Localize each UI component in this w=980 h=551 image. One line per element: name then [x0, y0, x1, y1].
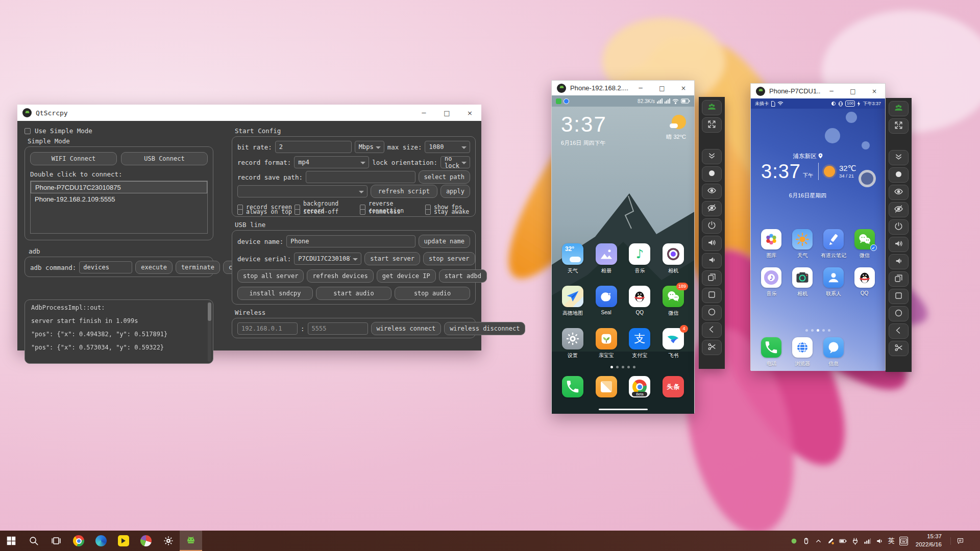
settings-mi-icon[interactable] [562, 328, 583, 349]
taskbar-qtscrcpy-button[interactable] [180, 531, 202, 551]
wireless-ip-input[interactable] [237, 322, 298, 335]
terminate-button[interactable]: terminate [176, 261, 220, 274]
app-camera-hw[interactable]: 相机 [787, 267, 818, 297]
taskbar-potplayer-button[interactable] [112, 531, 135, 551]
app-music-hw[interactable]: ♪音乐 [756, 267, 787, 297]
assistive-ball[interactable] [859, 170, 876, 187]
app-wechat[interactable]: 189微信 [656, 286, 690, 317]
use-simple-mode-checkbox[interactable]: Use Simple Mode [24, 127, 92, 135]
sms-icon[interactable] [596, 376, 617, 397]
feishu-icon[interactable]: 4 [663, 328, 684, 349]
qqmusic-icon[interactable]: ♪ [629, 243, 650, 265]
minimize-button[interactable]: ─ [821, 84, 842, 98]
install-sndcpy-button[interactable]: install sndcpy [237, 287, 313, 300]
device-list-item[interactable]: Phone-192.168.2.109:5555 [31, 193, 207, 206]
app-qqmusic[interactable]: ♪音乐 [623, 243, 657, 274]
stop-server-button[interactable]: stop server [423, 252, 475, 265]
app-toutiao[interactable]: 头条 [656, 376, 690, 397]
toolbar-screenshot-button[interactable] [889, 341, 909, 356]
toolbar-group-button[interactable] [702, 100, 722, 115]
app-feishu[interactable]: 4飞书 [656, 328, 690, 359]
refresh-devices-button[interactable]: refresh devices [307, 269, 373, 283]
ime-keyboard-icon[interactable] [899, 537, 908, 545]
alipay-icon[interactable]: 支 [629, 328, 650, 349]
start-audio-button[interactable]: start audio [316, 287, 391, 300]
toolbar-screen-off-button[interactable] [702, 201, 722, 216]
toolbar-group-button[interactable] [889, 101, 909, 116]
seal-icon[interactable] [596, 286, 617, 307]
wifi-connect-button[interactable]: WIFI Connect [30, 152, 117, 165]
start-adbd-button[interactable]: start adbd [439, 269, 487, 283]
phone1-screen[interactable]: 3:37 6月16日 周四下午 晴 32°C 32°天气相册♪音乐相机高德地图S… [552, 107, 694, 414]
toolbar-menu-button[interactable] [889, 289, 909, 304]
script-combo[interactable] [237, 185, 368, 197]
app-gallery-hw[interactable]: 图库 [756, 229, 787, 259]
tray-volume-icon[interactable] [876, 537, 884, 545]
checkbox-box[interactable] [425, 209, 431, 215]
adb-command-input[interactable] [79, 261, 132, 273]
stop-audio-button[interactable]: stop audio [395, 287, 470, 300]
app-contacts[interactable]: 联系人 [818, 267, 849, 297]
toolbar-fullscreen-button[interactable] [889, 118, 909, 134]
tray-pen-icon[interactable] [827, 537, 835, 545]
log-scrollbar-thumb[interactable] [208, 303, 211, 321]
home-indicator[interactable] [599, 409, 648, 411]
checkbox-box[interactable] [237, 209, 243, 215]
bit-rate-input[interactable] [275, 141, 352, 153]
contacts-icon[interactable] [823, 267, 844, 288]
phone2-screen[interactable]: 浦东新区 3:37 下午 32℃ 34 / 21 6月16日星期四 图库天气有道… [751, 109, 885, 371]
music-hw-icon[interactable]: ♪ [761, 267, 781, 288]
toolbar-power-button[interactable] [702, 218, 722, 234]
toolbar-back-button[interactable] [702, 322, 722, 338]
app-youdao[interactable]: 有道云笔记 [818, 229, 849, 259]
wireless-port-input[interactable] [308, 322, 368, 335]
close-button[interactable]: × [864, 84, 885, 98]
toolbar-volume-down-button[interactable] [889, 254, 909, 269]
frameless-checkbox[interactable]: frameless [360, 208, 425, 215]
app-weather-hw[interactable]: 天气 [787, 229, 818, 259]
maximize-button[interactable]: □ [435, 105, 458, 121]
toolbar-power-button[interactable] [889, 219, 909, 235]
record-format-combo[interactable]: mp4 [294, 156, 369, 168]
maximize-button[interactable]: □ [651, 81, 673, 95]
qtscrcpy-titlebar[interactable]: QtScrcpy ─ □ × [17, 105, 481, 121]
wireless-connect-button[interactable]: wireless connect [371, 322, 442, 335]
adb-log-box[interactable]: AdbProcessImpl::out:server start finish … [24, 299, 213, 364]
taskbar-edge-button[interactable] [90, 531, 112, 551]
app-qq[interactable]: QQ [849, 267, 880, 297]
wechat-icon[interactable]: 189 [663, 286, 684, 307]
qinbaobao-icon[interactable] [596, 328, 617, 349]
toolbar-screen-off-button[interactable] [889, 202, 909, 217]
device-list-item[interactable]: Phone-P7CDU17C23010875 [31, 181, 207, 193]
app-alipay[interactable]: 支支付宝 [623, 328, 657, 359]
youdao-icon[interactable] [823, 229, 844, 249]
toolbar-touch-button[interactable] [889, 167, 909, 183]
app-msg-hw[interactable]: 信息 [818, 337, 849, 367]
toolbar-expand-more-button[interactable] [889, 150, 909, 165]
toolbar-app-switch-button[interactable] [702, 270, 722, 286]
taskbar-task-view-button[interactable] [45, 531, 67, 551]
amap-icon[interactable] [562, 286, 583, 307]
taskbar-chrome-button[interactable] [67, 531, 90, 551]
app-wechat[interactable]: ✔微信 [849, 229, 880, 259]
app-amap[interactable]: 高德地图 [556, 286, 590, 317]
camera-mi-icon[interactable] [663, 243, 684, 265]
phone-call-icon[interactable] [562, 376, 583, 397]
checkbox-box[interactable] [295, 209, 300, 215]
toolbar-app-switch-button[interactable] [889, 271, 909, 287]
log-scrollbar[interactable] [208, 302, 211, 362]
toolbar-back-button[interactable] [889, 323, 909, 339]
checkbox-box[interactable] [360, 209, 365, 215]
usb-connect-button[interactable]: USB Connect [121, 152, 208, 165]
app-qinbaobao[interactable]: 亲宝宝 [590, 328, 623, 359]
record-save-path-input[interactable] [306, 171, 415, 183]
apply-button[interactable]: apply [440, 185, 470, 198]
toolbar-expand-more-button[interactable] [702, 149, 722, 164]
maximize-button[interactable]: □ [842, 84, 864, 98]
start-server-button[interactable]: start server [364, 252, 420, 265]
gallery-hw-icon[interactable] [761, 229, 781, 249]
toutiao-icon[interactable]: 头条 [663, 376, 684, 397]
taskbar-start-button[interactable] [0, 531, 22, 551]
checkbox-box[interactable] [24, 128, 31, 134]
toolbar-menu-button[interactable] [702, 288, 722, 303]
